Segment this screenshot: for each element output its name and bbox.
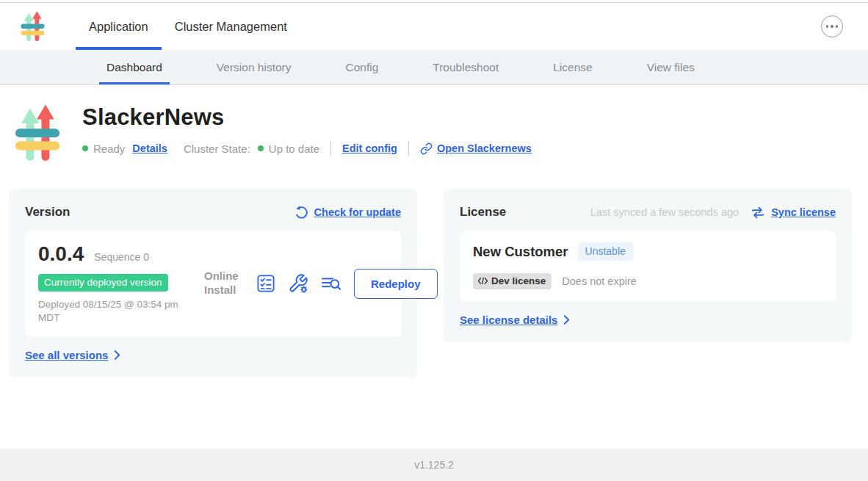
product-logo-icon [21, 10, 45, 43]
logs-search-icon[interactable] [321, 275, 341, 292]
footer-bar: v1.125.2 [0, 449, 868, 481]
license-card: License Last synced a few seconds ago Sy… [444, 189, 852, 342]
chevron-right-icon [114, 350, 120, 361]
channel-badge: Unstable [578, 242, 633, 261]
cluster-status-dot [258, 145, 264, 151]
expiry-text: Does not expire [562, 275, 637, 287]
main-content: SlackerNews Ready Details Cluster State:… [0, 85, 868, 449]
subtab-dashboard[interactable]: Dashboard [99, 50, 170, 84]
version-card: Version Check for update [9, 189, 417, 377]
chain-link-icon [420, 142, 433, 155]
app-subnav: Dashboard Version history Config Trouble… [0, 50, 868, 85]
check-for-update-link[interactable]: Check for update [314, 206, 401, 218]
cluster-state-label: Cluster State: [184, 142, 250, 155]
chevron-right-icon [563, 314, 570, 325]
deployed-timestamp: Deployed 08/15/25 @ 03:54 pm MDT [38, 298, 194, 325]
app-header-bar: Application Cluster Management [0, 3, 868, 50]
see-all-versions-link[interactable]: See all versions [25, 349, 108, 361]
install-type-label: Online Install [204, 270, 244, 297]
tab-application[interactable]: Application [76, 3, 162, 50]
edit-config-link[interactable]: Edit config [342, 142, 397, 154]
wrench-gear-icon[interactable] [288, 273, 308, 294]
see-license-details-link[interactable]: See license details [460, 314, 557, 326]
redeploy-button[interactable]: Redeploy [354, 269, 438, 299]
deployed-badge: Currently deployed version [38, 274, 168, 292]
license-type-label: Dev license [491, 275, 546, 286]
subtab-view-files[interactable]: View files [640, 50, 702, 84]
cluster-state-value: Up to date [269, 142, 319, 155]
license-card-title: License [460, 205, 506, 220]
subtab-config[interactable]: Config [339, 50, 386, 84]
app-status-row: Ready Details Cluster State: Up to date … [82, 141, 532, 156]
app-status-text: Ready [93, 142, 125, 155]
version-card-title: Version [25, 205, 70, 220]
divider [408, 141, 409, 156]
license-type-badge: Dev license [473, 273, 551, 289]
status-dot [82, 145, 88, 151]
current-version-panel: 0.0.4 Sequence 0 Currently deployed vers… [25, 231, 401, 336]
preflight-checklist-icon[interactable] [256, 274, 275, 293]
details-link[interactable]: Details [132, 142, 167, 154]
header-right [821, 3, 868, 50]
tab-cluster-management[interactable]: Cluster Management [162, 3, 300, 50]
customer-name: New Customer [473, 244, 568, 260]
code-icon [477, 277, 488, 285]
last-synced-text: Last synced a few seconds ago [590, 206, 739, 218]
sync-arrows-icon [751, 206, 765, 219]
subtab-troubleshoot[interactable]: Troubleshoot [425, 50, 506, 84]
ellipsis-menu-icon[interactable] [821, 15, 843, 37]
page-title: SlackerNews [82, 104, 532, 131]
console-version: v1.125.2 [414, 459, 454, 471]
refresh-icon [294, 206, 308, 220]
subtab-version-history[interactable]: Version history [209, 50, 299, 84]
subtab-license[interactable]: License [546, 50, 599, 84]
license-details-panel: New Customer Unstable [460, 231, 836, 301]
version-number: 0.0.4 [38, 242, 84, 266]
sync-license-link[interactable]: Sync license [771, 206, 836, 218]
divider [330, 141, 331, 156]
hashtag-arrows-logo [15, 103, 60, 165]
sequence-label: Sequence 0 [94, 251, 149, 263]
admin-console-page: Application Cluster Management Dashboard… [0, 0, 868, 481]
open-app-link[interactable]: Open Slackernews [437, 142, 532, 154]
app-identity-header: SlackerNews Ready Details Cluster State:… [15, 101, 868, 165]
